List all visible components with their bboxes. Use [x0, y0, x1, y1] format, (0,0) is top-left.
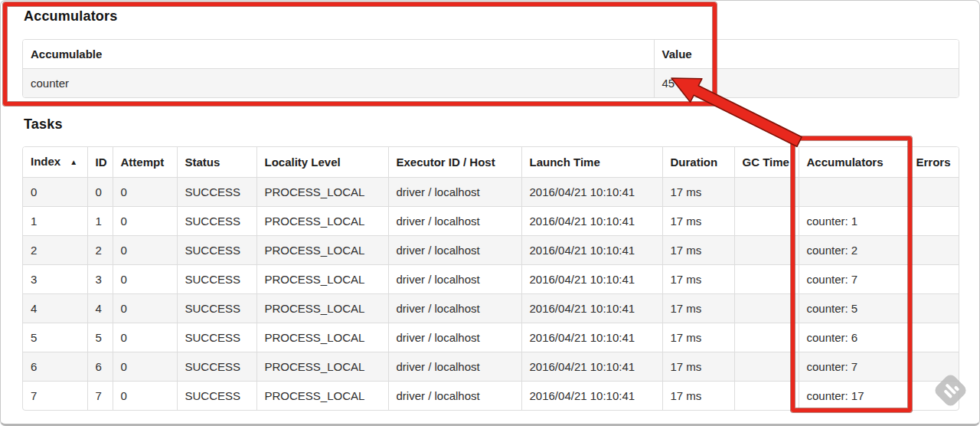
table-cell: PROCESS_LOCAL	[256, 352, 388, 382]
table-cell	[908, 207, 959, 236]
table-cell: 0	[113, 352, 177, 382]
table-cell: 0	[113, 382, 177, 411]
table-cell: counter: 2	[799, 236, 908, 265]
table-cell: SUCCESS	[177, 265, 256, 294]
table-cell	[908, 294, 959, 323]
column-header-gc-time[interactable]: GC Time	[734, 147, 799, 178]
table-cell	[908, 178, 959, 207]
table-cell: 2016/04/21 10:10:41	[521, 294, 662, 323]
tasks-table: Index▲ ID Attempt Status Locality Level …	[22, 146, 959, 411]
table-cell: counter	[23, 69, 654, 98]
column-header-errors[interactable]: Errors	[908, 147, 959, 178]
table-cell: 0	[23, 178, 87, 207]
table-cell: driver / localhost	[388, 178, 521, 207]
table-cell	[734, 236, 799, 265]
table-cell: 5	[23, 323, 87, 352]
browser-page: Accumulators Accumulable Value counter45…	[0, 0, 980, 426]
table-header-row: Index▲ ID Attempt Status Locality Level …	[23, 147, 959, 178]
table-cell: 1	[23, 207, 87, 236]
table-cell: 4	[23, 294, 87, 323]
table-cell: 17 ms	[662, 352, 734, 382]
table-cell: 0	[113, 265, 177, 294]
column-header-accumulators[interactable]: Accumulators	[799, 147, 908, 178]
table-cell: driver / localhost	[388, 382, 521, 411]
table-cell: SUCCESS	[177, 207, 256, 236]
table-cell: 2016/04/21 10:10:41	[521, 236, 662, 265]
table-row: 550SUCCESSPROCESS_LOCALdriver / localhos…	[23, 323, 959, 352]
table-row: 330SUCCESSPROCESS_LOCALdriver / localhos…	[23, 265, 959, 294]
table-cell: counter: 7	[799, 352, 908, 382]
table-cell: 0	[113, 323, 177, 352]
column-header-id[interactable]: ID	[87, 147, 113, 178]
table-row: 110SUCCESSPROCESS_LOCALdriver / localhos…	[23, 207, 959, 236]
table-cell: counter: 6	[799, 323, 908, 352]
tasks-section-title: Tasks	[24, 116, 63, 133]
table-cell: 17 ms	[662, 382, 734, 411]
column-header-executor-id-host[interactable]: Executor ID / Host	[388, 147, 521, 178]
table-cell: 6	[87, 352, 113, 382]
table-cell	[908, 323, 959, 352]
table-cell: counter: 1	[799, 207, 908, 236]
column-header-duration[interactable]: Duration	[662, 147, 734, 178]
table-cell	[908, 236, 959, 265]
table-cell: 2016/04/21 10:10:41	[521, 265, 662, 294]
table-cell: SUCCESS	[177, 323, 256, 352]
column-header-status[interactable]: Status	[177, 147, 256, 178]
table-cell: 17 ms	[662, 323, 734, 352]
table-cell	[908, 265, 959, 294]
column-header-index-label: Index	[31, 155, 60, 168]
table-cell: 0	[113, 294, 177, 323]
table-row: 770SUCCESSPROCESS_LOCALdriver / localhos…	[23, 382, 959, 411]
table-cell: 17 ms	[662, 265, 734, 294]
table-cell: 7	[23, 382, 87, 411]
table-cell	[734, 265, 799, 294]
table-cell	[734, 323, 799, 352]
column-header-attempt[interactable]: Attempt	[113, 147, 177, 178]
table-cell: 2	[87, 236, 113, 265]
table-row: counter45	[23, 69, 959, 98]
table-row: 660SUCCESSPROCESS_LOCALdriver / localhos…	[23, 352, 959, 382]
table-cell: counter: 5	[799, 294, 908, 323]
column-header-launch-time[interactable]: Launch Time	[521, 147, 662, 178]
table-row: 000SUCCESSPROCESS_LOCALdriver / localhos…	[23, 178, 959, 207]
table-cell: 0	[113, 178, 177, 207]
table-cell: PROCESS_LOCAL	[256, 323, 388, 352]
table-cell: SUCCESS	[177, 236, 256, 265]
table-cell: 0	[87, 178, 113, 207]
table-cell: 2016/04/21 10:10:41	[521, 352, 662, 382]
table-cell: 1	[87, 207, 113, 236]
table-cell: driver / localhost	[388, 352, 521, 382]
table-cell	[734, 382, 799, 411]
column-header-value[interactable]: Value	[654, 40, 959, 69]
column-header-locality-level[interactable]: Locality Level	[256, 147, 388, 178]
table-cell: driver / localhost	[388, 294, 521, 323]
table-cell: 17 ms	[662, 178, 734, 207]
table-cell: 3	[87, 265, 113, 294]
table-row: 220SUCCESSPROCESS_LOCALdriver / localhos…	[23, 236, 959, 265]
table-row: 440SUCCESSPROCESS_LOCALdriver / localhos…	[23, 294, 959, 323]
table-cell: PROCESS_LOCAL	[256, 178, 388, 207]
table-cell: PROCESS_LOCAL	[256, 294, 388, 323]
accumulators-table: Accumulable Value counter45	[22, 39, 959, 98]
table-cell: counter: 17	[799, 382, 908, 411]
sort-ascending-icon: ▲	[70, 158, 77, 166]
table-cell: PROCESS_LOCAL	[256, 207, 388, 236]
table-cell: 45	[654, 69, 959, 98]
table-cell: 0	[113, 236, 177, 265]
column-header-accumulable[interactable]: Accumulable	[23, 40, 654, 69]
accumulators-section-title: Accumulators	[24, 8, 117, 25]
table-cell: counter: 7	[799, 265, 908, 294]
table-cell: SUCCESS	[177, 294, 256, 323]
table-cell	[734, 207, 799, 236]
table-cell: 2	[23, 236, 87, 265]
table-cell: 2016/04/21 10:10:41	[521, 382, 662, 411]
table-cell: 2016/04/21 10:10:41	[521, 178, 662, 207]
table-cell: 17 ms	[662, 236, 734, 265]
table-cell: 0	[113, 207, 177, 236]
table-cell	[799, 178, 908, 207]
table-cell: PROCESS_LOCAL	[256, 236, 388, 265]
column-header-index[interactable]: Index▲	[23, 147, 87, 178]
table-cell: driver / localhost	[388, 265, 521, 294]
table-cell: SUCCESS	[177, 382, 256, 411]
table-cell: 17 ms	[662, 294, 734, 323]
